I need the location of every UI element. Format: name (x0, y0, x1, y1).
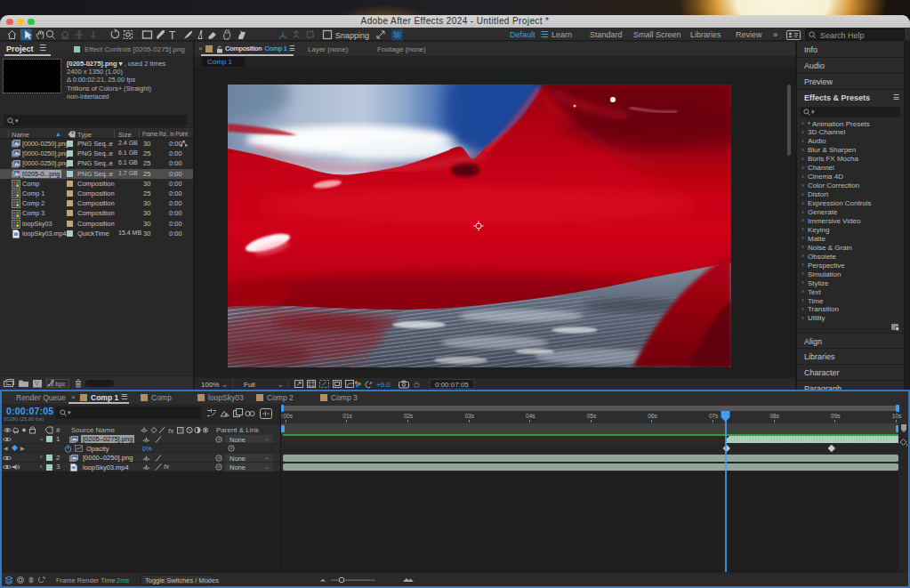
svg-text:fx: fx (168, 427, 174, 434)
svg-text:Snapping: Snapping (335, 31, 369, 40)
svg-text:T: T (169, 29, 176, 42)
